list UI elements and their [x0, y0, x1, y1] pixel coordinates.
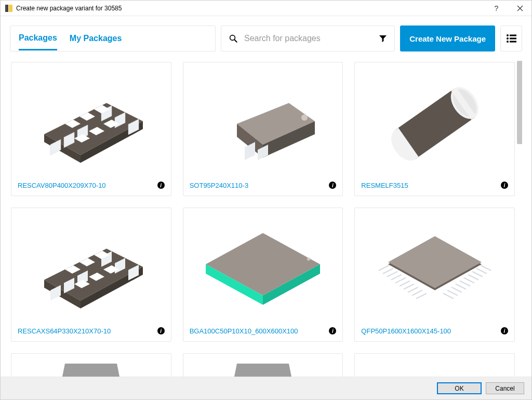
scrollbar[interactable] [517, 61, 522, 377]
package-thumbnail [11, 62, 171, 175]
svg-line-68 [481, 265, 491, 270]
svg-line-63 [400, 281, 410, 286]
svg-line-70 [472, 272, 483, 277]
svg-line-72 [464, 278, 474, 283]
svg-line-64 [404, 284, 414, 289]
svg-marker-29 [245, 142, 255, 160]
svg-line-59 [383, 268, 393, 274]
package-name[interactable]: RESMELF3515 [361, 182, 497, 189]
svg-line-71 [468, 275, 478, 280]
cancel-button[interactable]: Cancel [486, 382, 524, 394]
svg-rect-5 [510, 35, 516, 36]
svg-line-67 [416, 293, 427, 299]
scrollbar-thumb[interactable] [517, 61, 522, 144]
info-icon[interactable]: i [501, 182, 508, 189]
package-grid-wrap: RESCAV80P400X209X70-10 i [10, 61, 522, 377]
create-new-package-button[interactable]: Create New Package [400, 25, 495, 51]
package-name[interactable]: SOT95P240X110-3 [190, 182, 325, 189]
package-card-footer: RESCAV80P400X209X70-10 i [11, 175, 171, 196]
package-thumbnail [355, 208, 514, 320]
search-input[interactable] [244, 34, 373, 43]
package-thumbnail [183, 208, 343, 320]
svg-line-69 [476, 268, 487, 274]
filter-icon[interactable] [379, 34, 387, 43]
svg-line-73 [460, 281, 470, 286]
svg-rect-9 [510, 41, 516, 43]
package-card[interactable]: RESMELF3515 i [354, 62, 515, 196]
info-icon[interactable]: i [501, 327, 508, 334]
app-icon [5, 4, 13, 12]
window-title: Create new package variant for 30585 [16, 5, 485, 12]
package-card-footer: RESMELF3515 i [355, 175, 514, 196]
package-name[interactable]: QFP50P1600X1600X145-100 [361, 327, 497, 335]
search-icon [229, 34, 238, 43]
package-name[interactable]: BGA100C50P10X10_600X600X100 [190, 327, 325, 335]
content-area: Packages My Packages Create New Package [1, 16, 531, 377]
package-card[interactable]: RESCAV80P400X209X70-10 i [11, 62, 171, 196]
svg-marker-52 [206, 233, 320, 295]
svg-line-3 [234, 40, 237, 42]
svg-line-77 [443, 293, 454, 299]
info-icon[interactable]: i [157, 182, 165, 189]
package-grid: RESCAV80P400X209X70-10 i [10, 61, 516, 377]
package-card[interactable]: BGA100C50P10X10_600X600X100 i [183, 208, 343, 342]
package-card-footer: BGA100C50P10X10_600X600X100 i [183, 320, 343, 341]
svg-point-28 [301, 114, 308, 121]
svg-rect-7 [510, 38, 516, 40]
info-icon[interactable]: i [329, 182, 336, 189]
svg-line-62 [395, 278, 406, 283]
package-thumbnail [355, 62, 514, 175]
info-icon[interactable]: i [329, 327, 336, 334]
svg-rect-0 [5, 5, 8, 12]
search-box [221, 25, 395, 51]
package-card-footer: RESCAXS64P330X210X70-10 i [11, 320, 171, 341]
package-card[interactable] [183, 353, 343, 377]
help-button[interactable]: ? [485, 1, 508, 16]
package-card[interactable]: QFP50P1600X1600X145-100 i [354, 208, 515, 342]
package-card[interactable] [354, 353, 515, 377]
package-card[interactable]: SOT95P240X110-3 i [183, 62, 343, 196]
package-name[interactable]: RESCAV80P400X209X70-10 [18, 182, 153, 189]
package-card[interactable] [11, 353, 171, 377]
svg-point-8 [507, 41, 509, 43]
dialog-window: Create new package variant for 30585 ? P… [0, 0, 532, 400]
package-thumbnail [183, 354, 343, 377]
svg-line-65 [408, 287, 418, 292]
svg-line-74 [456, 284, 466, 289]
tab-my-packages[interactable]: My Packages [70, 28, 122, 49]
svg-marker-78 [60, 364, 122, 377]
svg-line-58 [379, 265, 389, 270]
package-thumbnail [11, 208, 171, 320]
svg-line-61 [391, 275, 402, 280]
titlebar: Create new package variant for 30585 ? [1, 1, 531, 16]
svg-point-55 [307, 257, 310, 261]
view-toggle-button[interactable] [500, 25, 522, 51]
svg-marker-57 [388, 236, 482, 288]
close-button[interactable] [508, 1, 531, 16]
package-card-footer: SOT95P240X110-3 i [183, 175, 343, 196]
svg-point-4 [507, 34, 509, 36]
package-thumbnail [183, 62, 343, 175]
svg-line-66 [412, 290, 422, 295]
svg-line-75 [451, 287, 462, 292]
package-thumbnail [355, 354, 514, 377]
package-thumbnail [11, 354, 171, 377]
info-icon[interactable]: i [157, 327, 165, 334]
tab-packages[interactable]: Packages [19, 27, 57, 50]
svg-point-6 [507, 37, 509, 40]
svg-line-76 [447, 290, 458, 295]
svg-line-60 [387, 272, 397, 277]
ok-button[interactable]: OK [437, 382, 482, 394]
dialog-footer: OK Cancel [1, 377, 531, 399]
package-grid-scroll[interactable]: RESCAV80P400X209X70-10 i [10, 61, 522, 377]
svg-marker-79 [232, 364, 294, 377]
svg-rect-1 [9, 5, 12, 12]
toolbar: Packages My Packages Create New Package [10, 25, 522, 51]
tabs: Packages My Packages [10, 25, 216, 51]
package-card-footer: QFP50P1600X1600X145-100 i [355, 320, 514, 341]
package-card[interactable]: RESCAXS64P330X210X70-10 i [11, 208, 171, 342]
package-name[interactable]: RESCAXS64P330X210X70-10 [18, 327, 153, 335]
